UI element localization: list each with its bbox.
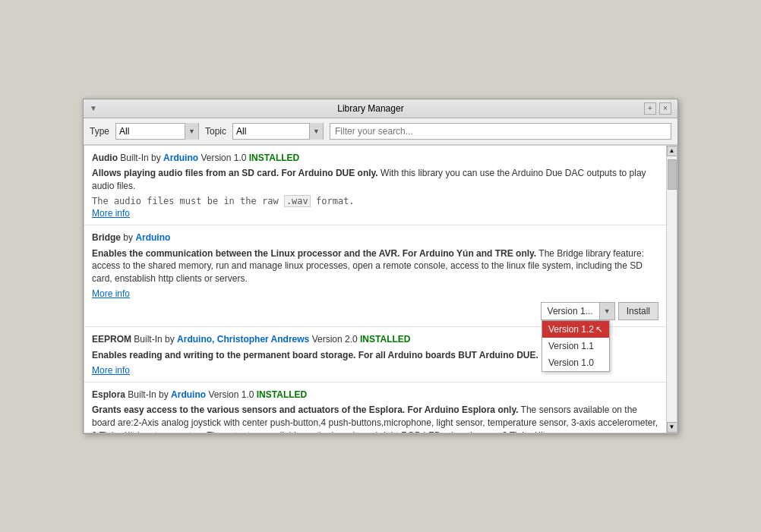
topic-label: Topic bbox=[205, 126, 226, 137]
scroll-thumb[interactable] bbox=[668, 159, 677, 190]
library-item-bridge: Bridge by Arduino Enables the communicat… bbox=[84, 225, 666, 327]
esplora-author: Arduino bbox=[171, 389, 206, 400]
library-item-esplora: Esplora Built-In by Arduino Version 1.0 … bbox=[84, 382, 666, 433]
search-input[interactable] bbox=[330, 123, 671, 140]
bridge-header: Bridge by Arduino bbox=[92, 231, 658, 244]
audio-installed: INSTALLED bbox=[249, 153, 299, 163]
topic-select-arrow[interactable]: ▼ bbox=[309, 123, 323, 140]
audio-by: by bbox=[151, 153, 163, 163]
audio-description: Allows playing audio files from an SD ca… bbox=[92, 167, 658, 193]
title-bar-buttons: + × bbox=[644, 102, 671, 115]
library-list: Audio Built-In by Arduino Version 1.0 IN… bbox=[84, 146, 666, 433]
scroll-up-button[interactable]: ▲ bbox=[667, 146, 677, 156]
install-button[interactable]: Install bbox=[618, 302, 658, 320]
title-bar-left: ▼ bbox=[90, 104, 97, 112]
version-dropdown: Version 1.2 ↖ Version 1.1 Version 1.0 bbox=[542, 320, 610, 372]
version-option-1-2[interactable]: Version 1.2 ↖ bbox=[542, 321, 609, 338]
esplora-installed: INSTALLED bbox=[257, 389, 307, 400]
type-select-wrapper: All Contributed Recommended Retired ▼ bbox=[115, 123, 199, 140]
version-option-1-1[interactable]: Version 1.1 bbox=[542, 338, 609, 354]
bridge-more-info[interactable]: More info bbox=[92, 288, 130, 299]
type-select[interactable]: All Contributed Recommended Retired bbox=[116, 124, 185, 138]
esplora-name: Esplora bbox=[92, 389, 125, 400]
library-manager-window: ▼ Library Manager + × Type All Contribut… bbox=[83, 99, 678, 434]
topic-select[interactable]: All Display Communication Signal Input/O… bbox=[233, 124, 309, 138]
window-title: Library Manager bbox=[337, 103, 403, 114]
audio-more-info[interactable]: More info bbox=[92, 208, 130, 219]
title-bar: ▼ Library Manager + × bbox=[84, 99, 677, 118]
audio-builtin: Built-In bbox=[120, 153, 151, 163]
content-area: Audio Built-In by Arduino Version 1.0 IN… bbox=[84, 145, 677, 433]
esplora-header: Esplora Built-In by Arduino Version 1.0 … bbox=[92, 389, 658, 401]
audio-header: Audio Built-In by Arduino Version 1.0 IN… bbox=[92, 152, 658, 165]
bridge-by: by bbox=[123, 232, 135, 243]
close-button[interactable]: × bbox=[659, 102, 671, 115]
bridge-author: Arduino bbox=[135, 232, 170, 243]
version-display: Version 1... bbox=[542, 306, 599, 316]
eeprom-installed: INSTALLED bbox=[360, 334, 410, 345]
cursor-indicator: ↖ bbox=[595, 324, 603, 335]
version-option-1-0[interactable]: Version 1.0 bbox=[542, 354, 609, 371]
title-bar-center: Library Manager bbox=[97, 103, 644, 114]
type-select-arrow[interactable]: ▼ bbox=[185, 123, 198, 140]
esplora-description: Grants easy access to the various sensor… bbox=[92, 404, 658, 432]
bridge-name: Bridge bbox=[92, 232, 121, 243]
bridge-description: Enables the communication between the Li… bbox=[92, 247, 658, 285]
esplora-builtin: Built-In bbox=[128, 389, 159, 400]
scroll-down-button[interactable]: ▼ bbox=[667, 422, 677, 433]
type-label: Type bbox=[90, 126, 109, 137]
library-item-audio: Audio Built-In by Arduino Version 1.0 IN… bbox=[84, 146, 666, 225]
scroll-track bbox=[667, 156, 677, 422]
version-button[interactable]: Version 1... ▼ bbox=[541, 302, 615, 320]
scrollbar[interactable]: ▲ ▼ bbox=[666, 146, 677, 433]
eeprom-more-info[interactable]: More info bbox=[92, 365, 130, 376]
esplora-version: Version 1.0 bbox=[208, 389, 256, 400]
eeprom-by: by bbox=[165, 334, 177, 345]
esplora-by: by bbox=[159, 389, 171, 400]
audio-author: Arduino bbox=[163, 153, 198, 163]
version-dropdown-arrow[interactable]: ▼ bbox=[599, 303, 614, 320]
audio-name: Audio bbox=[92, 153, 118, 163]
eeprom-name: EEPROM bbox=[92, 334, 131, 345]
wav-tag: .wav bbox=[284, 195, 311, 207]
audio-note: The audio files must be in the raw .wav … bbox=[92, 196, 658, 206]
topic-select-wrapper: All Display Communication Signal Input/O… bbox=[232, 123, 324, 140]
add-button[interactable]: + bbox=[644, 102, 656, 115]
eeprom-author: Arduino, Christopher Andrews bbox=[177, 334, 309, 345]
toolbar: Type All Contributed Recommended Retired… bbox=[84, 118, 677, 145]
eeprom-version: Version 2.0 bbox=[312, 334, 360, 345]
window-menu-icon[interactable]: ▼ bbox=[90, 104, 97, 112]
eeprom-builtin: Built-In bbox=[134, 334, 165, 345]
audio-version: Version 1.0 bbox=[201, 153, 248, 163]
bridge-footer: Version 1... ▼ Install Version 1.2 ↖ Ver… bbox=[92, 299, 658, 320]
